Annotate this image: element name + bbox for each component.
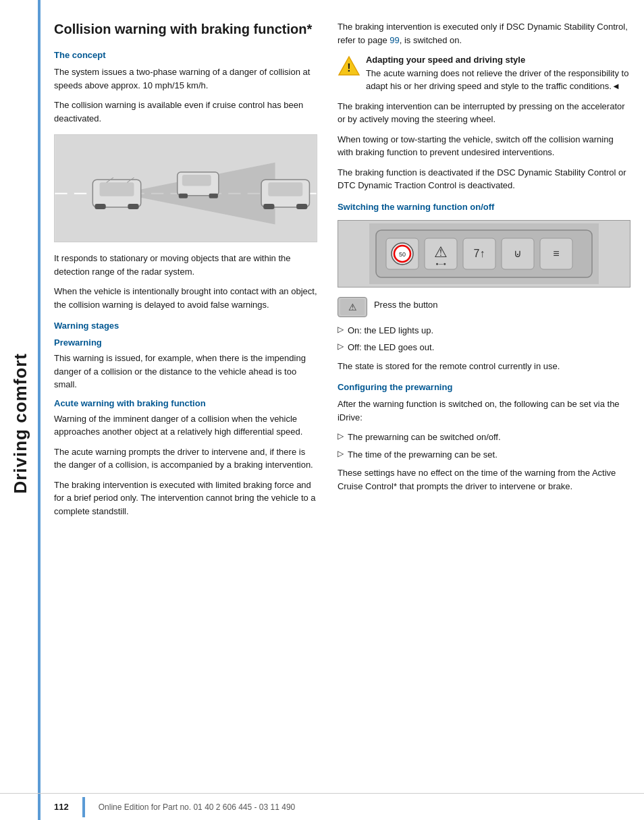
- main-content: Collision warning with braking function*…: [41, 0, 644, 820]
- arrow-icon-2: ▷: [338, 341, 344, 351]
- concept-p1: The system issues a two-phase warning of…: [54, 65, 317, 92]
- config-list-2-text: The time of the prewarning can be set.: [348, 448, 498, 462]
- svg-rect-4: [100, 182, 134, 196]
- config-list-1-text: The prewarning can be switched on/off.: [348, 431, 501, 444]
- radar-diagram: [54, 134, 317, 242]
- concept-p4: When the vehicle is intentionally brough…: [54, 285, 317, 311]
- footer-bar: [82, 797, 85, 817]
- concept-p3: It responds to stationary or moving obje…: [54, 252, 317, 278]
- press-button-row: ⚠ Press the button: [338, 296, 630, 317]
- warning-text-content: Adapting your speed and driving style Th…: [366, 53, 630, 93]
- led-off-item: ▷ Off: the LED goes out.: [338, 341, 630, 354]
- right-column: The braking intervention is executed onl…: [331, 20, 630, 807]
- collision-warning-button-icon: ⚠: [338, 297, 367, 317]
- svg-rect-11: [179, 194, 188, 198]
- config-p2: These settings have no effect on the tim…: [338, 466, 630, 493]
- svg-text:●—●: ●—●: [435, 261, 446, 266]
- concept-heading: The concept: [54, 50, 317, 60]
- right-p1: The braking intervention is executed onl…: [338, 20, 630, 47]
- arrow-icon-1: ▷: [338, 325, 344, 334]
- left-column: Collision warning with braking function*…: [54, 20, 331, 807]
- acute-p2: The acute warning prompts the driver to …: [54, 445, 317, 472]
- arrow-icon-3: ▷: [338, 431, 344, 441]
- sidebar-label: Driving comfort: [10, 353, 31, 494]
- warning-box: ! Adapting your speed and driving style …: [338, 53, 630, 93]
- arrow-icon-4: ▷: [338, 449, 344, 458]
- right-p3: When towing or tow-starting the vehicle,…: [338, 133, 630, 159]
- svg-text:⊍: ⊍: [514, 248, 522, 259]
- right-p4: The braking function is deactivated if t…: [338, 166, 630, 192]
- svg-rect-15: [263, 204, 274, 209]
- svg-text:⚠: ⚠: [348, 302, 356, 312]
- led-on-item: ▷ On: the LED lights up.: [338, 324, 630, 337]
- concept-p2: The collision warning is available even …: [54, 99, 317, 125]
- svg-rect-8: [128, 204, 138, 209]
- sidebar: Driving comfort: [0, 0, 41, 820]
- led-on-text: On: the LED lights up.: [348, 324, 433, 337]
- config-list-item-1: ▷ The prewarning can be switched on/off.: [338, 431, 630, 444]
- svg-text:50: 50: [399, 251, 406, 258]
- prewarning-p1: This warning is issued, for example, whe…: [54, 352, 317, 391]
- control-panel-image: 50 ⚠ ●—● 7↑ ⊍ ≡: [338, 220, 630, 288]
- state-stored-text: The state is stored for the remote contr…: [338, 360, 630, 373]
- svg-text:≡: ≡: [553, 248, 559, 259]
- page-footer: 112 Online Edition for Part no. 01 40 2 …: [0, 793, 644, 820]
- acute-heading: Acute warning with braking function: [54, 398, 317, 408]
- svg-rect-10: [182, 175, 211, 186]
- svg-text:7↑: 7↑: [473, 248, 485, 259]
- prewarning-heading: Prewarning: [54, 337, 317, 348]
- right-p2: The braking intervention can be interrup…: [338, 100, 630, 126]
- svg-rect-14: [268, 182, 302, 196]
- svg-rect-7: [95, 204, 105, 209]
- warning-triangle-icon: !: [338, 55, 360, 78]
- svg-text:!: !: [347, 62, 350, 74]
- article-title: Collision warning with braking function*: [54, 20, 317, 38]
- config-list-item-2: ▷ The time of the prewarning can be set.: [338, 448, 630, 462]
- config-p1: After the warning function is switched o…: [338, 398, 630, 424]
- page-number: 112: [54, 802, 69, 812]
- svg-text:⚠: ⚠: [434, 244, 448, 261]
- warning-stages-heading: Warning stages: [54, 321, 317, 331]
- press-button-label: Press the button: [374, 298, 438, 312]
- sidebar-bar: [38, 0, 41, 820]
- led-off-text: Off: the LED goes out.: [348, 341, 434, 354]
- switching-heading: Switching the warning function on/off: [338, 202, 630, 212]
- footer-text: Online Edition for Part no. 01 40 2 606 …: [99, 802, 296, 812]
- config-heading: Configuring the prewarning: [338, 382, 630, 392]
- svg-rect-12: [209, 194, 218, 198]
- svg-rect-16: [296, 204, 307, 209]
- acute-p1: Warning of the imminent danger of a coll…: [54, 412, 317, 439]
- acute-p3: The braking intervention is executed wit…: [54, 479, 317, 518]
